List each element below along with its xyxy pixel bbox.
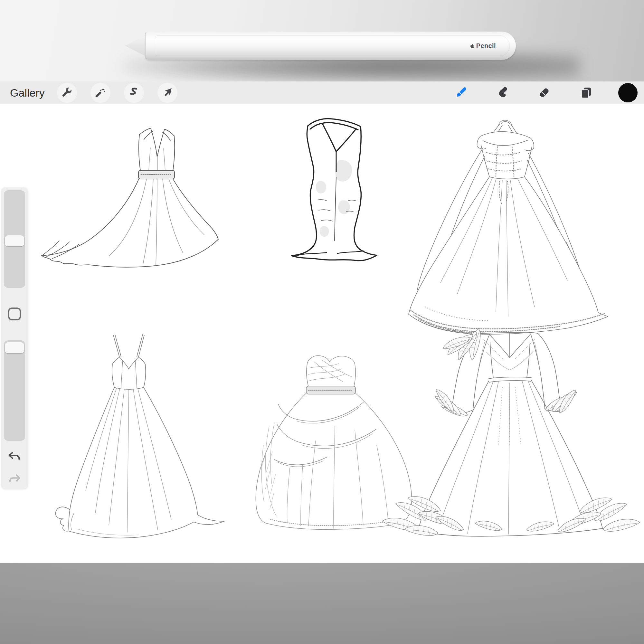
- apple-pencil-text: Pencil: [476, 42, 496, 50]
- undo-button[interactable]: [5, 449, 24, 464]
- redo-icon: [6, 472, 23, 485]
- desk-background: Pencil: [0, 0, 644, 81]
- selection-button[interactable]: [124, 83, 144, 103]
- wrench-icon: [60, 86, 74, 99]
- apple-pencil: Pencil: [146, 32, 516, 60]
- undo-icon: [6, 450, 23, 463]
- dress-sketch-6: [382, 328, 640, 537]
- brush-size-handle[interactable]: [5, 235, 24, 246]
- opacity-handle[interactable]: [5, 342, 24, 353]
- drawing-canvas[interactable]: [0, 104, 644, 563]
- paint-tool-button[interactable]: [455, 85, 470, 100]
- actions-button[interactable]: [57, 83, 77, 103]
- opacity-slider[interactable]: [4, 340, 25, 441]
- transform-button[interactable]: [157, 83, 177, 103]
- gallery-button[interactable]: Gallery: [10, 81, 45, 104]
- dress-sketch-5: [256, 355, 412, 529]
- sidebar: [1, 187, 28, 489]
- dress-sketch-1: [41, 128, 218, 267]
- brush-size-slider[interactable]: [4, 190, 25, 288]
- eraser-icon: [536, 85, 552, 100]
- procreate-app: Pencil Gallery: [0, 0, 644, 644]
- dress-sketch-2: [292, 119, 377, 261]
- layers-icon: [578, 85, 594, 100]
- modify-button[interactable]: [8, 308, 21, 320]
- paintbrush-icon: [455, 85, 470, 100]
- feather-cluster-hem: [382, 492, 640, 537]
- layers-button[interactable]: [578, 85, 594, 100]
- erase-tool-button[interactable]: [536, 85, 552, 100]
- toolbar: Gallery: [0, 81, 644, 104]
- apple-logo-icon: [469, 43, 475, 49]
- smudge-finger-icon: [495, 85, 511, 100]
- desk-background-bottom: [0, 563, 644, 644]
- arrow-cursor-icon: [161, 86, 174, 99]
- adjustments-button[interactable]: [90, 83, 110, 103]
- smudge-tool-button[interactable]: [495, 85, 511, 100]
- feather-cluster-cuffs: [434, 386, 578, 419]
- dress-sketch-3: [409, 120, 608, 335]
- magic-wand-icon: [94, 86, 107, 99]
- color-swatch-button[interactable]: [618, 83, 638, 102]
- dress-sketch-4: [55, 335, 224, 538]
- redo-button[interactable]: [5, 471, 24, 486]
- s-ribbon-icon: [127, 86, 141, 99]
- apple-pencil-label: Pencil: [469, 42, 496, 50]
